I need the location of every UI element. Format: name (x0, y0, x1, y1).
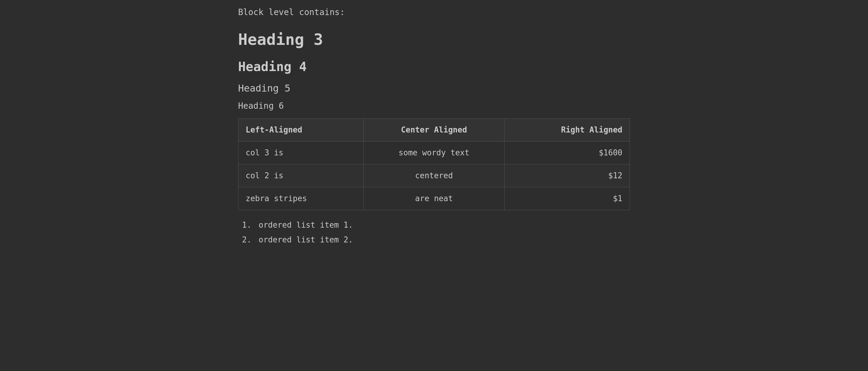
table-cell: some wordy text (364, 141, 504, 164)
table-header-col2: Center Aligned (364, 119, 504, 141)
list-item: ordered list item 2. (256, 234, 630, 246)
table-header-col3: Right Aligned (504, 119, 630, 141)
table-cell: $1 (504, 187, 630, 210)
table-cell: $1600 (504, 141, 630, 164)
heading-4: Heading 4 (238, 57, 630, 76)
table-cell: $12 (504, 164, 630, 187)
table-cell: zebra stripes (239, 187, 364, 210)
table-row: zebra stripes are neat $1 (239, 187, 630, 210)
list-item: ordered list item 1. (256, 219, 630, 231)
table-cell: centered (364, 164, 504, 187)
table-cell: col 2 is (239, 164, 364, 187)
block-level-label: Block level contains: (238, 6, 630, 19)
table-cell: are neat (364, 187, 504, 210)
table-header-col1: Left-Aligned (239, 119, 364, 141)
table-row: col 2 is centered $12 (239, 164, 630, 187)
heading-6: Heading 6 (238, 100, 630, 112)
table-cell: col 3 is (239, 141, 364, 164)
content-table: Left-Aligned Center Aligned Right Aligne… (238, 119, 630, 210)
ordered-list: ordered list item 1. ordered list item 2… (256, 219, 630, 246)
heading-3: Heading 3 (238, 28, 630, 51)
table-row: col 3 is some wordy text $1600 (239, 141, 630, 164)
heading-5: Heading 5 (238, 81, 630, 96)
